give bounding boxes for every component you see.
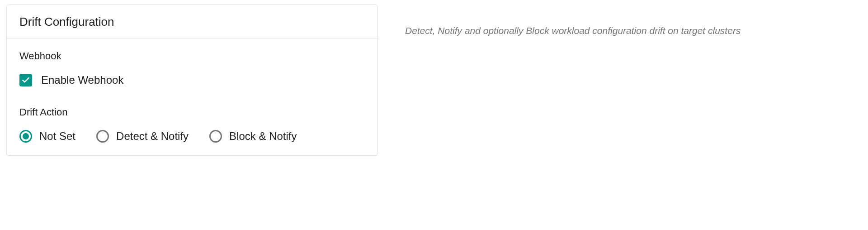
card-title: Drift Configuration: [19, 15, 365, 29]
drift-config-card: Drift Configuration Webhook Enable Webho…: [6, 5, 378, 156]
enable-webhook-label: Enable Webhook: [41, 74, 123, 86]
radio-circle-icon: [209, 130, 222, 143]
radio-option-detect-notify[interactable]: Detect & Notify: [96, 130, 189, 143]
drift-action-section-label: Drift Action: [19, 106, 365, 118]
card-body: Webhook Enable Webhook Drift Action Not …: [7, 38, 377, 155]
drift-action-radio-group: Not Set Detect & Notify Block & Notify: [19, 130, 365, 143]
radio-label: Detect & Notify: [116, 130, 189, 143]
radio-circle-icon: [19, 130, 32, 143]
checkmark-icon: [21, 76, 30, 85]
radio-circle-icon: [96, 130, 109, 143]
radio-label: Not Set: [39, 130, 75, 143]
enable-webhook-checkbox[interactable]: [19, 74, 32, 86]
radio-label: Block & Notify: [229, 130, 297, 143]
radio-dot-icon: [23, 133, 29, 139]
radio-option-block-notify[interactable]: Block & Notify: [209, 130, 297, 143]
enable-webhook-row[interactable]: Enable Webhook: [19, 74, 365, 86]
card-header: Drift Configuration: [7, 5, 377, 38]
radio-option-not-set[interactable]: Not Set: [19, 130, 75, 143]
webhook-section-label: Webhook: [19, 50, 365, 62]
drift-description: Detect, Notify and optionally Block work…: [405, 25, 741, 36]
